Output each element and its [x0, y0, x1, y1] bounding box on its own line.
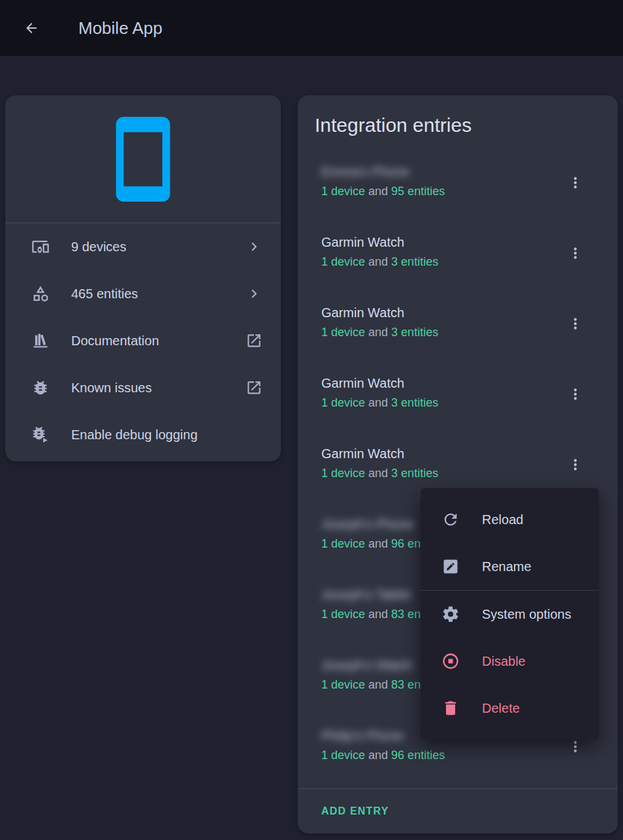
- integration-overview-card: 9 devices 465 entities Documentation Kno…: [5, 95, 281, 461]
- entries-card-title: Integration entries: [298, 95, 618, 150]
- entities-link-row[interactable]: 465 entities: [5, 270, 281, 317]
- entry-menu-button[interactable]: [560, 167, 591, 198]
- menu-item-delete[interactable]: Delete: [421, 685, 599, 732]
- menu-item-label: Disable: [482, 654, 526, 669]
- integration-page: { "header": { "title": "Mobile App" }, "…: [0, 0, 623, 840]
- integration-entry: Garmin Watch 1 device and 3 entities: [298, 221, 618, 291]
- entry-menu-button[interactable]: [560, 308, 591, 339]
- enable-debug-logging-row[interactable]: Enable debug logging: [5, 411, 281, 458]
- entry-name: Garmin Watch: [321, 445, 559, 462]
- menu-item-system-options[interactable]: System options: [421, 591, 599, 638]
- entry-subtitle-separator: and: [365, 608, 391, 621]
- pencil-box-icon: [441, 557, 460, 576]
- documentation-link-row[interactable]: Documentation: [5, 317, 281, 364]
- entry-devices-link[interactable]: 1 device: [321, 255, 365, 268]
- app-header: Mobile App: [0, 0, 623, 56]
- menu-item-label: System options: [482, 607, 571, 622]
- entry-menu-button[interactable]: [560, 379, 591, 410]
- entry-entities-link[interactable]: 95 entities: [391, 185, 445, 198]
- menu-item-reload[interactable]: Reload: [421, 496, 599, 543]
- entry-devices-link[interactable]: 1 device: [321, 678, 365, 691]
- entry-subtitle: 1 device and 96 entities: [321, 747, 559, 764]
- entry-subtitle: 1 device and 95 entities: [321, 183, 559, 200]
- entry-devices-link[interactable]: 1 device: [321, 326, 365, 339]
- known-issues-link-row[interactable]: Known issues: [5, 364, 281, 411]
- enable-debug-logging-label: Enable debug logging: [71, 428, 263, 443]
- entry-entities-link[interactable]: 3 entities: [391, 467, 438, 480]
- menu-item-label: Rename: [482, 559, 532, 574]
- chevron-right-icon: [246, 285, 263, 302]
- entry-subtitle: 1 device and 3 entities: [321, 394, 559, 411]
- entry-subtitle-separator: and: [365, 255, 391, 268]
- menu-item-label: Reload: [482, 512, 523, 527]
- bug-icon: [31, 379, 50, 397]
- entry-subtitle-separator: and: [365, 185, 391, 198]
- dots-vertical-icon: [567, 738, 584, 755]
- entry-devices-link[interactable]: 1 device: [321, 396, 365, 409]
- documentation-link-label: Documentation: [71, 334, 246, 349]
- entry-entities-link[interactable]: 3 entities: [391, 255, 438, 268]
- entry-devices-link[interactable]: 1 device: [321, 749, 365, 762]
- open-in-new-icon: [246, 379, 263, 396]
- page-title: Mobile App: [78, 18, 163, 39]
- integration-entry: Garmin Watch 1 device and 3 entities: [298, 362, 618, 432]
- menu-item-label: Delete: [482, 701, 520, 716]
- entry-name: Garmin Watch: [321, 234, 559, 251]
- dots-vertical-icon: [567, 456, 584, 473]
- entry-name: Garmin Watch: [321, 375, 559, 392]
- dots-vertical-icon: [567, 245, 584, 262]
- shapes-icon: [31, 285, 50, 303]
- known-issues-link-label: Known issues: [71, 381, 246, 396]
- open-in-new-icon: [246, 332, 263, 349]
- entry-name: Garmin Watch: [321, 304, 559, 321]
- bug-play-icon: [31, 426, 50, 444]
- integration-icon-area: [5, 95, 281, 223]
- back-button[interactable]: [24, 20, 39, 36]
- stop-circle-outline-icon: [441, 652, 460, 670]
- entry-subtitle: 1 device and 3 entities: [321, 324, 559, 341]
- entry-subtitle-separator: and: [365, 467, 391, 480]
- add-entry-button[interactable]: ADD ENTRY: [298, 789, 618, 833]
- cog-icon: [441, 605, 460, 623]
- entry-devices-link[interactable]: 1 device: [321, 467, 365, 480]
- entities-link-label: 465 entities: [71, 287, 246, 302]
- cellphone-icon: [97, 113, 189, 206]
- menu-item-rename[interactable]: Rename: [421, 543, 599, 590]
- devices-link-label: 9 devices: [71, 240, 246, 255]
- entry-devices-link[interactable]: 1 device: [321, 537, 365, 550]
- entry-devices-link[interactable]: 1 device: [321, 185, 365, 198]
- entry-subtitle: 1 device and 3 entities: [321, 253, 559, 270]
- entry-context-menu: Reload Rename System options Disable Del…: [421, 488, 599, 739]
- delete-icon: [441, 699, 460, 717]
- entry-menu-button[interactable]: [560, 238, 591, 269]
- arrow-left-icon: [24, 20, 39, 36]
- entry-devices-link[interactable]: 1 device: [321, 608, 365, 621]
- chevron-right-icon: [246, 238, 263, 255]
- entry-subtitle: 1 device and 3 entities: [321, 465, 559, 482]
- entry-subtitle-separator: and: [365, 396, 391, 409]
- entry-subtitle-separator: and: [365, 749, 391, 762]
- entry-subtitle-separator: and: [365, 678, 391, 691]
- entry-menu-button[interactable]: [560, 449, 591, 480]
- entry-entities-link[interactable]: 3 entities: [391, 326, 438, 339]
- dots-vertical-icon: [567, 315, 584, 332]
- entry-entities-link[interactable]: 96 entities: [391, 749, 445, 762]
- refresh-icon: [441, 510, 460, 529]
- menu-item-disable[interactable]: Disable: [421, 638, 599, 685]
- integration-entry: Garmin Watch 1 device and 3 entities: [298, 291, 618, 362]
- dots-vertical-icon: [567, 174, 584, 191]
- entry-entities-link[interactable]: 3 entities: [391, 396, 438, 409]
- dots-vertical-icon: [567, 386, 584, 403]
- entry-name: Emma's Phone: [321, 163, 559, 180]
- entry-subtitle-separator: and: [365, 537, 391, 550]
- entry-subtitle-separator: and: [365, 326, 391, 339]
- bookshelf-icon: [31, 332, 50, 350]
- integration-entry: Emma's Phone 1 device and 95 entities: [298, 150, 618, 221]
- devices-icon: [31, 238, 50, 256]
- devices-link-row[interactable]: 9 devices: [5, 223, 281, 270]
